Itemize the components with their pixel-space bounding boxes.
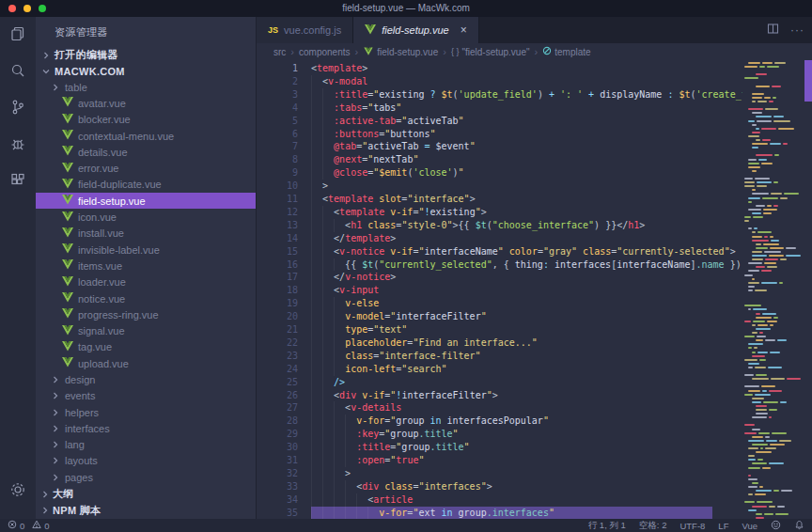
split-editor-icon[interactable] [767,22,779,39]
activity-settings-button[interactable] [0,473,36,509]
code-line-19[interactable]: 19 v-else [257,297,812,310]
breadcrumb-item-0[interactable]: src [273,47,286,57]
code-line-24[interactable]: 24 icon-left="search" [257,363,812,376]
code-line-2[interactable]: 2 <v-modal [257,75,812,88]
status-warning-count[interactable]: 0 [32,520,49,531]
indent-guide [334,336,335,350]
code-editor[interactable]: 1<template>2 <v-modal3 :title="existing … [257,60,812,519]
tree-item-icon-vue[interactable]: icon.vue [36,209,256,225]
code-line-23[interactable]: 23 class="interface-filter" [257,350,812,363]
code-line-11[interactable]: 11 <template slot="interface"> [257,193,812,206]
code-line-31[interactable]: 31 :open="true" [257,454,812,467]
tree-item-pages[interactable]: pages [36,469,256,485]
tree-item-progress-ring-vue[interactable]: progress-ring.vue [36,306,256,322]
code-line-14[interactable]: 14 </template> [257,232,812,245]
tree-item-field-duplicate-vue[interactable]: field-duplicate.vue [36,177,256,193]
tree-item-design[interactable]: design [36,371,256,387]
status-feedback-button[interactable] [771,520,781,532]
minimap-mark [770,352,780,353]
tree-item-invisible-label-vue[interactable]: invisible-label.vue [36,242,256,258]
status-item-0[interactable]: 行 1, 列 1 [588,520,626,532]
scrollbar-thumb[interactable] [804,60,812,102]
code-line-34[interactable]: 34 <article [257,493,812,507]
tree-item-install-vue[interactable]: install.vue [36,226,256,242]
tree-item-loader-vue[interactable]: loader.vue [36,274,256,290]
tab-field-setup-vue[interactable]: field-setup.vue× [353,17,479,43]
tree-item-field-setup-vue[interactable]: field-setup.vue [36,193,256,209]
breadcrumb-item-3[interactable]: { }"field-setup.vue" [451,47,530,57]
editor-scrollbar[interactable] [804,60,812,519]
breadcrumb-item-1[interactable]: components [299,47,350,57]
code-line-12[interactable]: 12 <template v-if="!existing"> [257,206,812,219]
code-line-4[interactable]: 4 :tabs="tabs" [257,102,812,115]
breadcrumb-item-4[interactable]: template [542,46,590,57]
code-line-35[interactable]: 35 v-for="ext in group.interfaces" [257,507,812,519]
activity-source-control-button[interactable] [0,90,36,127]
code-line-15[interactable]: 15 <v-notice v-if="interfaceName" color=… [257,245,812,258]
code-line-25[interactable]: 25 /> [257,376,812,389]
code-line-9[interactable]: 9 @close="$emit('close')" [257,166,812,180]
tree-item-signal-vue[interactable]: signal.vue [36,322,256,338]
activity-search-button[interactable] [0,54,36,90]
code-line-7[interactable]: 7 @tab="activeTab = $event" [257,140,812,153]
code-line-5[interactable]: 5 :active-tab="activeTab" [257,115,812,128]
tree-item-avatar-vue[interactable]: avatar.vue [36,95,256,111]
close-icon[interactable]: × [461,23,467,37]
code-line-3[interactable]: 3 :title="existing ? $t('update_field') … [257,88,812,102]
zoom-window-button[interactable] [39,5,46,12]
activity-extensions-button[interactable] [0,164,36,200]
code-line-6[interactable]: 6 :buttons="buttons" [257,128,812,141]
tree-item-notice-vue[interactable]: notice.vue [36,290,256,306]
sidebar-section-1[interactable]: NPM 脚本 [36,503,256,520]
tree-item-tag-vue[interactable]: tag.vue [36,339,256,355]
minimap[interactable] [742,60,804,519]
status-item-4[interactable]: Vue [742,521,757,531]
workspace-root-row[interactable]: MACWK.COM [36,63,256,79]
more-actions-icon[interactable]: ··· [790,23,804,37]
tree-item-interfaces[interactable]: interfaces [36,420,256,436]
code-line-22[interactable]: 22 placeholder="Find an interface..." [257,336,812,350]
code-line-21[interactable]: 21 type="text" [257,323,812,336]
code-line-20[interactable]: 20 v-model="interfaceFilter" [257,310,812,323]
minimize-window-button[interactable] [23,5,31,12]
code-line-1[interactable]: 1<template> [257,62,812,75]
code-content: :open="true" [311,454,812,467]
indent-guide [311,507,312,519]
breadcrumb-item-2[interactable]: field-setup.vue [363,46,438,58]
tree-item-contextual-menu-vue[interactable]: contextual-menu.vue [36,128,256,144]
code-line-17[interactable]: 17 </v-notice> [257,271,812,284]
tree-item-layouts[interactable]: layouts [36,453,256,469]
status-error-count[interactable]: 0 [8,520,24,531]
status-bell-button[interactable] [794,520,804,532]
tree-item-helpers[interactable]: helpers [36,404,256,420]
tree-item-events[interactable]: events [36,388,256,404]
code-line-10[interactable]: 10 > [257,180,812,193]
code-line-26[interactable]: 26 <div v-if="!interfaceFilter"> [257,389,812,402]
code-line-32[interactable]: 32 > [257,467,812,480]
code-line-33[interactable]: 33 <div class="interfaces"> [257,480,812,493]
code-line-30[interactable]: 30 :title="group.title" [257,441,812,454]
code-line-29[interactable]: 29 :key="group.title" [257,428,812,441]
status-item-3[interactable]: LF [718,521,728,531]
code-line-16[interactable]: 16 {{ $t("currently_selected", { thing: … [257,258,812,272]
activity-debug-button[interactable] [0,127,36,164]
code-line-18[interactable]: 18 <v-input [257,284,812,297]
tree-item-error-vue[interactable]: error.vue [36,160,256,176]
code-line-8[interactable]: 8 @next="nextTab" [257,153,812,166]
tree-item-blocker-vue[interactable]: blocker.vue [36,112,256,128]
tree-item-lang[interactable]: lang [36,437,256,453]
status-item-2[interactable]: UTF-8 [679,521,705,531]
tree-item-details-vue[interactable]: details.vue [36,144,256,160]
tree-item-upload-vue[interactable]: upload.vue [36,355,256,371]
activity-explorer-button[interactable] [0,17,36,54]
sidebar-section-0[interactable]: 大纲 [36,486,256,503]
code-line-28[interactable]: 28 v-for="group in interfacesPopular" [257,415,812,428]
close-window-button[interactable] [8,5,16,12]
tree-item-items-vue[interactable]: items.vue [36,258,256,274]
tab-vue-config-js[interactable]: JSvue.config.js [257,17,353,43]
open-editors-section[interactable]: 打开的编辑器 [36,47,256,63]
code-line-13[interactable]: 13 <h1 class="style-0">{{ $t("choose_int… [257,219,812,232]
tree-item-table[interactable]: table [36,79,256,95]
code-line-27[interactable]: 27 <v-details [257,401,812,415]
status-item-1[interactable]: 空格: 2 [639,520,667,532]
